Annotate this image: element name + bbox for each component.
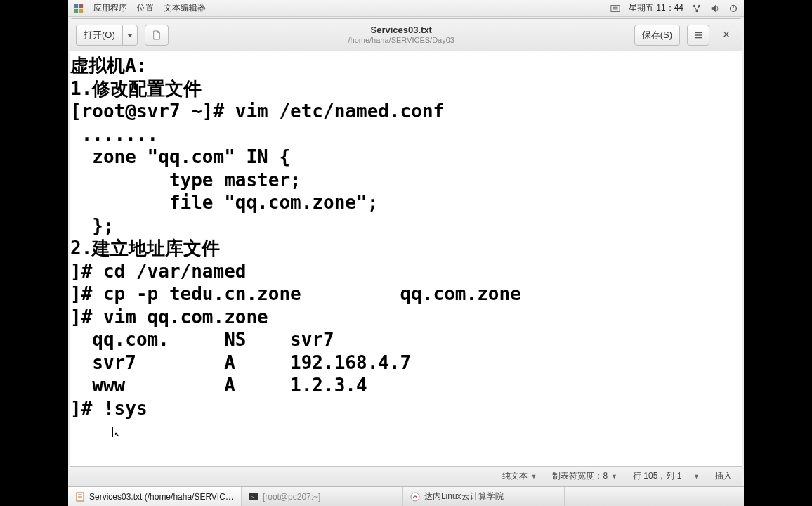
title-center: Services03.txt /home/haha/SERVICES/Day03 bbox=[176, 25, 627, 45]
chevron-down-icon: ▼ bbox=[611, 473, 617, 480]
close-icon: × bbox=[723, 27, 731, 42]
activities-icon[interactable] bbox=[74, 4, 84, 13]
status-tab-width[interactable]: 制表符宽度：8▼ bbox=[552, 470, 617, 482]
browser-icon bbox=[410, 492, 420, 502]
power-icon[interactable] bbox=[728, 4, 738, 13]
chevron-down-icon: ▼ bbox=[531, 473, 537, 480]
task-label: Services03.txt (/home/haha/SERVIC… bbox=[89, 492, 234, 502]
titlebar: 打开(O) Services03.txt /home/haha/SERVICES… bbox=[70, 19, 742, 51]
chevron-down-icon bbox=[127, 32, 133, 38]
volume-icon[interactable] bbox=[710, 4, 720, 13]
text-area[interactable]: 虚拟机A: 1.修改配置文件 [root@svr7 ~]# vim /etc/n… bbox=[70, 51, 742, 466]
svg-rect-4 bbox=[611, 5, 620, 11]
status-bar: 纯文本▼ 制表符宽度：8▼ 行 105，列 1 ▼ 插入 bbox=[70, 466, 742, 486]
task-label: [root@pc207:~] bbox=[263, 492, 321, 502]
new-document-button[interactable] bbox=[145, 25, 169, 46]
svg-point-25 bbox=[411, 493, 419, 501]
status-mode: 插入 bbox=[715, 470, 732, 482]
svg-rect-2 bbox=[74, 8, 78, 12]
clock-label[interactable]: 星期五 11：44 bbox=[629, 2, 683, 14]
taskbar: Services03.txt (/home/haha/SERVIC… >_ [r… bbox=[68, 486, 744, 506]
save-button[interactable]: 保存(S) bbox=[634, 25, 680, 46]
close-button[interactable]: × bbox=[716, 25, 736, 45]
hamburger-button[interactable] bbox=[687, 25, 709, 46]
text-editor-icon bbox=[75, 492, 85, 502]
task-label: 达内Linux云计算学院 bbox=[424, 491, 504, 502]
terminal-icon: >_ bbox=[249, 492, 258, 502]
input-method-icon[interactable] bbox=[610, 4, 620, 13]
panel-left: 应用程序 位置 文本编辑器 bbox=[74, 2, 206, 14]
task-item-terminal[interactable]: >_ [root@pc207:~] bbox=[242, 487, 403, 506]
task-item-browser[interactable]: 达内Linux云计算学院 bbox=[403, 487, 565, 506]
editor-window: 打开(O) Services03.txt /home/haha/SERVICES… bbox=[70, 18, 742, 486]
status-language[interactable]: 纯文本▼ bbox=[502, 470, 537, 482]
chevron-down-icon: ▼ bbox=[693, 473, 700, 480]
svg-text:>_: >_ bbox=[251, 495, 256, 500]
top-panel: 应用程序 位置 文本编辑器 星期五 11：44 bbox=[68, 0, 744, 17]
svg-line-11 bbox=[697, 6, 700, 11]
svg-marker-13 bbox=[712, 4, 716, 12]
open-button-group: 打开(O) bbox=[76, 25, 138, 46]
document-icon bbox=[152, 30, 161, 41]
menu-app-title[interactable]: 文本编辑器 bbox=[164, 2, 206, 14]
open-dropdown[interactable] bbox=[122, 25, 138, 46]
status-position[interactable]: 行 105，列 1 ▼ bbox=[633, 470, 700, 482]
svg-rect-0 bbox=[74, 4, 78, 7]
file-path: /home/haha/SERVICES/Day03 bbox=[176, 36, 627, 45]
task-item-editor[interactable]: Services03.txt (/home/haha/SERVIC… bbox=[68, 487, 242, 506]
svg-rect-3 bbox=[79, 8, 83, 12]
file-name: Services03.txt bbox=[176, 25, 627, 36]
svg-rect-1 bbox=[79, 4, 83, 7]
svg-line-10 bbox=[695, 6, 698, 11]
svg-marker-16 bbox=[127, 34, 133, 37]
network-icon[interactable] bbox=[692, 4, 702, 13]
hamburger-icon bbox=[695, 31, 702, 39]
open-button[interactable]: 打开(O) bbox=[76, 25, 122, 46]
menu-applications[interactable]: 应用程序 bbox=[93, 2, 127, 14]
panel-right: 星期五 11：44 bbox=[610, 2, 738, 14]
menu-places[interactable]: 位置 bbox=[137, 2, 154, 14]
